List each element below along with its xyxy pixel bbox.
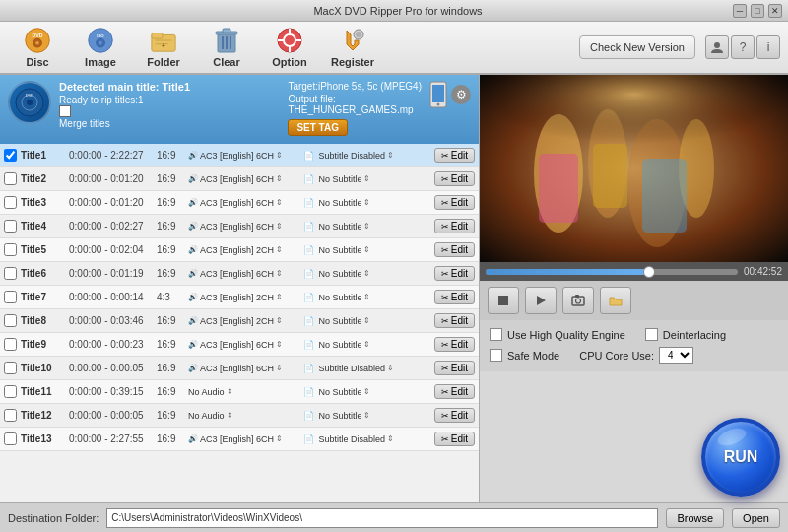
- merge-titles-checkbox[interactable]: [59, 105, 71, 117]
- subtitle-arrow-icon[interactable]: ⇕: [363, 316, 370, 325]
- edit-button[interactable]: ✂ Edit: [434, 337, 475, 352]
- title-subtitle: No Subtitle ⇕: [318, 222, 429, 232]
- title-checkbox[interactable]: [4, 338, 17, 351]
- gear-settings-button[interactable]: ⚙: [451, 85, 471, 104]
- title-checkbox[interactable]: [4, 243, 17, 256]
- subtitle-arrow-icon[interactable]: ⇕: [387, 364, 394, 372]
- title-checkbox[interactable]: [4, 172, 17, 185]
- title-checkbox[interactable]: [4, 220, 17, 233]
- audio-arrow-icon[interactable]: ⇕: [276, 198, 283, 207]
- subtitle-doc-icon: 📄: [303, 316, 314, 326]
- audio-arrow-icon[interactable]: ⇕: [276, 364, 283, 372]
- cpu-core-select[interactable]: 4 1 2 3 5 6 7 8: [659, 347, 693, 364]
- edit-button[interactable]: ✂ Edit: [434, 313, 475, 328]
- maximize-button[interactable]: □: [751, 4, 764, 18]
- audio-arrow-icon[interactable]: ⇕: [276, 245, 283, 254]
- edit-button[interactable]: ✂ Edit: [434, 408, 475, 423]
- high-quality-checkbox[interactable]: [490, 328, 502, 341]
- play-button[interactable]: [525, 287, 557, 314]
- title-ratio: 16:9: [157, 173, 184, 184]
- subtitle-arrow-icon[interactable]: ⇕: [363, 269, 370, 278]
- destination-input[interactable]: [106, 508, 658, 528]
- image-button[interactable]: ISO Image: [71, 23, 130, 72]
- title-audio: No Audio ⇕: [188, 387, 299, 397]
- title-checkbox[interactable]: [4, 362, 17, 374]
- subtitle-arrow-icon[interactable]: ⇕: [363, 198, 370, 207]
- subtitle-arrow-icon[interactable]: ⇕: [363, 222, 370, 231]
- register-button[interactable]: Register: [323, 23, 382, 72]
- audio-arrow-icon[interactable]: ⇕: [276, 174, 283, 183]
- title-row: Title3 0:00:00 - 0:01:20 16:9 🔊 AC3 [Eng…: [0, 191, 479, 215]
- check-new-version-button[interactable]: Check New Version: [579, 35, 695, 59]
- subtitle-arrow-icon[interactable]: ⇕: [387, 434, 394, 443]
- svg-point-30: [27, 100, 33, 105]
- title-checkbox[interactable]: [4, 196, 17, 209]
- title-bar: MacX DVD Ripper Pro for windows ─ □ ✕: [0, 0, 788, 22]
- subtitle-arrow-icon[interactable]: ⇕: [363, 387, 370, 396]
- title-checkbox[interactable]: [4, 314, 17, 327]
- title-checkbox[interactable]: [4, 409, 17, 422]
- audio-arrow-icon[interactable]: ⇕: [276, 340, 283, 349]
- audio-arrow-icon[interactable]: ⇕: [227, 387, 233, 396]
- subtitle-arrow-icon[interactable]: ⇕: [363, 411, 370, 420]
- info-icon-button[interactable]: i: [756, 35, 780, 59]
- disc-button[interactable]: DVD Disc: [8, 23, 67, 72]
- audio-arrow-icon[interactable]: ⇕: [276, 434, 283, 443]
- edit-button[interactable]: ✂ Edit: [434, 148, 475, 163]
- audio-arrow-icon[interactable]: ⇕: [276, 269, 283, 278]
- edit-button[interactable]: ✂ Edit: [434, 219, 475, 233]
- svg-rect-15: [223, 29, 230, 33]
- help-icon-button[interactable]: ?: [731, 35, 755, 59]
- edit-button[interactable]: ✂ Edit: [434, 384, 475, 399]
- folder-open-button[interactable]: [600, 287, 631, 314]
- safe-mode-checkbox[interactable]: [490, 349, 502, 362]
- edit-button[interactable]: ✂ Edit: [434, 266, 475, 281]
- screenshot-button[interactable]: [562, 287, 594, 314]
- option-button[interactable]: Option: [260, 23, 319, 72]
- svg-text:DVD: DVD: [32, 33, 42, 38]
- audio-arrow-icon[interactable]: ⇕: [227, 411, 233, 420]
- title-checkbox[interactable]: [4, 149, 17, 162]
- folder-button[interactable]: + Folder: [134, 23, 193, 72]
- user-icon-button[interactable]: [705, 35, 729, 59]
- browse-button[interactable]: Browse: [666, 508, 724, 528]
- subtitle-arrow-icon[interactable]: ⇕: [363, 340, 370, 349]
- audio-arrow-icon[interactable]: ⇕: [276, 151, 283, 160]
- minimize-button[interactable]: ─: [733, 4, 747, 18]
- open-button[interactable]: Open: [732, 508, 780, 528]
- seek-bar[interactable]: [486, 269, 738, 275]
- edit-button[interactable]: ✂ Edit: [434, 432, 475, 446]
- subtitle-arrow-icon[interactable]: ⇕: [363, 245, 370, 254]
- scissors-icon: ✂: [441, 174, 449, 184]
- title-checkbox[interactable]: [4, 432, 17, 445]
- title-subtitle: No Subtitle ⇕: [318, 198, 429, 208]
- image-label: Image: [85, 56, 116, 68]
- edit-button[interactable]: ✂ Edit: [434, 290, 475, 304]
- edit-button[interactable]: ✂ Edit: [434, 195, 475, 210]
- output-file-text: THE_HUNGER_GAMES.mp: [288, 104, 422, 115]
- audio-arrow-icon[interactable]: ⇕: [276, 293, 283, 301]
- title-ratio: 16:9: [157, 315, 184, 326]
- audio-arrow-icon[interactable]: ⇕: [276, 222, 283, 231]
- svg-point-27: [714, 42, 720, 48]
- set-tag-button[interactable]: SET TAG: [288, 119, 348, 136]
- title-checkbox[interactable]: [4, 291, 17, 303]
- stop-button[interactable]: [488, 287, 519, 314]
- title-time: 0:00:00 - 0:02:04: [69, 244, 153, 255]
- title-row: Title9 0:00:00 - 0:00:23 16:9 🔊 AC3 [Eng…: [0, 333, 479, 357]
- deinterlacing-checkbox[interactable]: [645, 328, 658, 341]
- title-row: Title12 0:00:00 - 0:00:05 16:9 No Audio …: [0, 404, 479, 428]
- run-button[interactable]: RUN: [701, 418, 780, 497]
- title-checkbox[interactable]: [4, 267, 17, 280]
- subtitle-arrow-icon[interactable]: ⇕: [363, 293, 370, 301]
- edit-button[interactable]: ✂ Edit: [434, 171, 475, 186]
- audio-arrow-icon[interactable]: ⇕: [276, 316, 283, 325]
- edit-button[interactable]: ✂ Edit: [434, 361, 475, 375]
- subtitle-arrow-icon[interactable]: ⇕: [387, 151, 394, 160]
- edit-button[interactable]: ✂ Edit: [434, 242, 475, 257]
- title-checkbox[interactable]: [4, 385, 17, 398]
- option-row-2: Safe Mode CPU Core Use: 4 1 2 3 5 6 7 8: [490, 347, 778, 364]
- subtitle-arrow-icon[interactable]: ⇕: [363, 174, 370, 183]
- clear-button[interactable]: Clear: [197, 23, 256, 72]
- close-button[interactable]: ✕: [768, 4, 782, 18]
